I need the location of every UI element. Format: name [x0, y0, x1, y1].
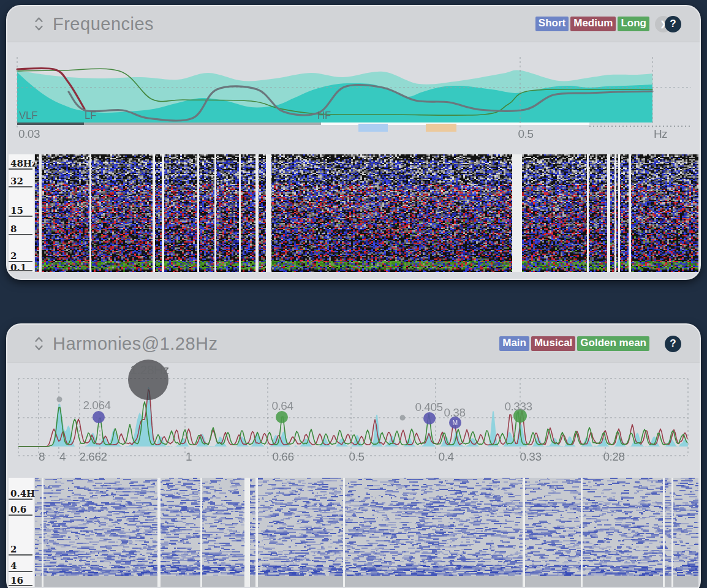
harmonies-header: Harmonies@1.28Hz MainMusicalGolden mean?	[7, 325, 700, 363]
collapse-toggle-icon[interactable]	[34, 336, 43, 352]
spectrogram-y-tick-label: 32	[10, 176, 23, 187]
app-root: Frequencies ShortMediumLong❯? Harmonies@…	[0, 0, 707, 588]
spectrogram-y-tick-rule	[9, 168, 32, 170]
legend-button-short[interactable]: Short	[535, 17, 569, 31]
spectrogram-y-tick-label: 4	[10, 560, 17, 571]
spectrogram-y-tick-rule	[9, 571, 32, 572]
spectrogram-y-tick-rule	[9, 270, 32, 271]
spectrogram-y-tick-label: 15	[10, 205, 23, 216]
legend-button-long[interactable]: Long	[618, 17, 649, 31]
legend-button-medium[interactable]: Medium	[570, 17, 616, 31]
spectrogram-y-tick-label: 8	[10, 224, 17, 235]
spectrogram-y-tick-label: 0.1	[10, 262, 26, 273]
spectrogram-y-tick-rule	[9, 514, 32, 516]
spectrogram-y-tick-rule	[9, 554, 32, 556]
help-button[interactable]: ?	[665, 16, 681, 32]
panel-title: Frequencies	[53, 14, 154, 34]
spectrogram-y-tick-label: 0.6	[10, 504, 26, 515]
hf-spectrogram	[35, 154, 698, 272]
spectrogram-y-tick-rule	[9, 234, 32, 235]
panel-title: Harmonies@1.28Hz	[53, 334, 218, 354]
spectrogram-y-tick-rule	[9, 216, 32, 217]
hf-spectrogram-y-axis: 48Hz3215820.1	[9, 154, 34, 272]
spectrogram-y-tick-label: 2	[10, 544, 17, 555]
spectrogram-y-tick-label: 2	[10, 251, 17, 262]
frequencies-header: Frequencies ShortMediumLong❯?	[7, 6, 700, 42]
spectrogram-y-tick-rule	[9, 585, 32, 586]
legend-button-musical[interactable]: Musical	[531, 336, 575, 350]
legend-button-golden-mean[interactable]: Golden mean	[577, 336, 649, 350]
spectrogram-y-tick-rule	[9, 499, 32, 500]
harmonic-spectrogram-y-axis: 0.4Hz0.62416	[9, 478, 34, 587]
legend-buttons: MainMusicalGolden mean?	[499, 325, 681, 363]
help-button[interactable]: ?	[665, 336, 681, 352]
spectrogram-y-tick-rule	[9, 186, 32, 187]
legend-buttons: ShortMediumLong❯?	[535, 6, 681, 42]
spectrogram-y-tick-label: 48Hz	[10, 158, 37, 169]
legend-button-main[interactable]: Main	[499, 336, 529, 350]
collapse-toggle-icon[interactable]	[34, 16, 43, 32]
harmonic-spectrogram	[35, 478, 698, 587]
